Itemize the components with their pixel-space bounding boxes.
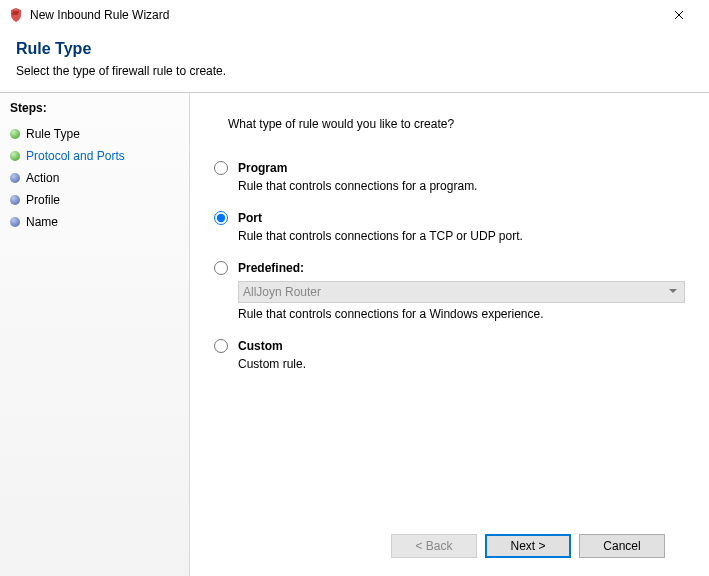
rule-type-option-custom: CustomCustom rule. — [214, 339, 685, 371]
step-label: Protocol and Ports — [26, 149, 125, 163]
svg-rect-1 — [16, 11, 19, 13]
rule-type-option-program: ProgramRule that controls connections fo… — [214, 161, 685, 193]
rule-type-radio-row-program[interactable]: Program — [214, 161, 685, 175]
wizard-footer: < Back Next > Cancel — [228, 526, 685, 576]
rule-type-desc: Rule that controls connections for a Win… — [238, 307, 685, 321]
predefined-select: AllJoyn Router — [238, 281, 685, 303]
rule-type-option-port: PortRule that controls connections for a… — [214, 211, 685, 243]
rule-type-label: Custom — [238, 339, 283, 353]
rule-type-radio-predefined[interactable] — [214, 261, 228, 275]
step-item-rule-type: Rule Type — [8, 123, 189, 145]
firewall-icon — [8, 7, 24, 23]
step-item-profile: Profile — [8, 189, 189, 211]
wizard-body: Steps: Rule TypeProtocol and PortsAction… — [0, 92, 709, 576]
wizard-content: What type of rule would you like to crea… — [190, 93, 709, 576]
steps-title: Steps: — [10, 101, 189, 115]
page-subtitle: Select the type of firewall rule to crea… — [16, 64, 693, 78]
steps-sidebar: Steps: Rule TypeProtocol and PortsAction… — [0, 93, 190, 576]
step-bullet-icon — [10, 195, 20, 205]
cancel-button[interactable]: Cancel — [579, 534, 665, 558]
rule-type-desc: Custom rule. — [238, 357, 685, 371]
svg-rect-2 — [12, 13, 15, 15]
step-bullet-icon — [10, 151, 20, 161]
back-button: < Back — [391, 534, 477, 558]
svg-rect-3 — [15, 13, 18, 15]
rule-type-radio-row-port[interactable]: Port — [214, 211, 685, 225]
wizard-header: Rule Type Select the type of firewall ru… — [0, 30, 709, 92]
step-bullet-icon — [10, 173, 20, 183]
title-bar: New Inbound Rule Wizard — [0, 0, 709, 30]
step-bullet-icon — [10, 217, 20, 227]
step-label: Rule Type — [26, 127, 80, 141]
window-title: New Inbound Rule Wizard — [30, 8, 657, 22]
rule-type-radio-custom[interactable] — [214, 339, 228, 353]
close-button[interactable] — [657, 1, 701, 29]
next-button[interactable]: Next > — [485, 534, 571, 558]
rule-type-radio-row-custom[interactable]: Custom — [214, 339, 685, 353]
rule-type-radio-program[interactable] — [214, 161, 228, 175]
rule-type-radio-port[interactable] — [214, 211, 228, 225]
step-label: Profile — [26, 193, 60, 207]
step-label: Action — [26, 171, 59, 185]
rule-type-option-predefined: Predefined:AllJoyn RouterRule that contr… — [214, 261, 685, 321]
rule-type-label: Port — [238, 211, 262, 225]
question-text: What type of rule would you like to crea… — [228, 117, 685, 131]
rule-type-label: Program — [238, 161, 287, 175]
step-item-name: Name — [8, 211, 189, 233]
rule-type-radio-row-predefined[interactable]: Predefined: — [214, 261, 685, 275]
svg-rect-0 — [13, 11, 16, 13]
step-item-action: Action — [8, 167, 189, 189]
rule-type-label: Predefined: — [238, 261, 304, 275]
step-item-protocol-and-ports[interactable]: Protocol and Ports — [8, 145, 189, 167]
rule-type-desc: Rule that controls connections for a TCP… — [238, 229, 685, 243]
step-label: Name — [26, 215, 58, 229]
page-title: Rule Type — [16, 40, 693, 58]
rule-type-desc: Rule that controls connections for a pro… — [238, 179, 685, 193]
step-bullet-icon — [10, 129, 20, 139]
